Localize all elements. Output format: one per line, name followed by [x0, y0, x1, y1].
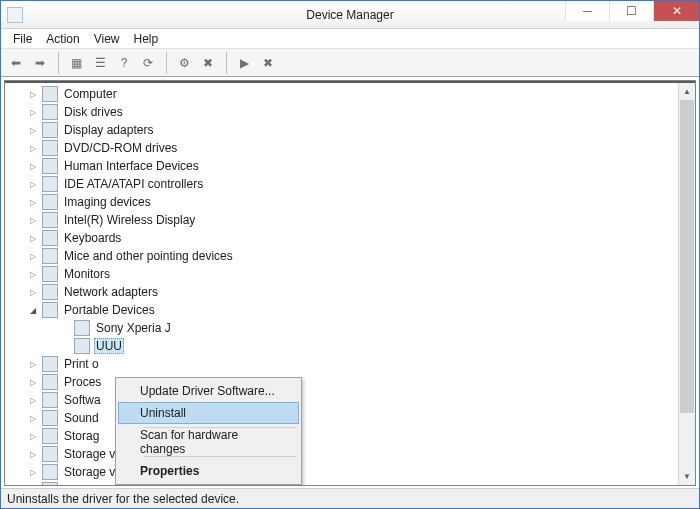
- tree-item[interactable]: Portable Devices: [9, 301, 695, 319]
- scroll-up-icon[interactable]: ▲: [679, 83, 695, 100]
- show-hidden-icon[interactable]: ▦: [65, 52, 87, 74]
- tree-item-label: Intel(R) Wireless Display: [62, 212, 197, 228]
- device-icon: [42, 284, 58, 300]
- scrollbar[interactable]: ▲ ▼: [678, 83, 695, 485]
- expand-icon[interactable]: [27, 161, 38, 172]
- status-bar: Uninstalls the driver for the selected d…: [1, 488, 699, 508]
- expand-icon[interactable]: [27, 359, 38, 370]
- device-icon: [42, 176, 58, 192]
- tree-item-label: Mice and other pointing devices: [62, 248, 235, 264]
- minimize-button[interactable]: ─: [565, 1, 609, 21]
- tree-item[interactable]: Storag: [9, 427, 695, 445]
- tree-item-label: Portable Devices: [62, 302, 157, 318]
- menubar: File Action View Help: [1, 29, 699, 49]
- tree-item-label: Monitors: [62, 266, 112, 282]
- scroll-down-icon[interactable]: ▼: [679, 468, 695, 485]
- device-icon: [42, 410, 58, 426]
- tree-item[interactable]: Keyboards: [9, 229, 695, 247]
- tree-item-label: Softwa: [62, 392, 103, 408]
- tree-item[interactable]: Print o: [9, 355, 695, 373]
- menu-view[interactable]: View: [88, 30, 126, 48]
- tree-item[interactable]: DVD/CD-ROM drives: [9, 139, 695, 157]
- tree-item[interactable]: Human Interface Devices: [9, 157, 695, 175]
- device-icon: [42, 482, 58, 486]
- tree-item[interactable]: Computer: [9, 85, 695, 103]
- device-icon: [42, 464, 58, 480]
- tree-item-label: UUU: [94, 338, 124, 354]
- tree-item[interactable]: Network adapters: [9, 283, 695, 301]
- expand-icon[interactable]: [27, 485, 38, 487]
- menu-action[interactable]: Action: [40, 30, 85, 48]
- tree-item-label: Display adapters: [62, 122, 155, 138]
- expand-icon[interactable]: [27, 467, 38, 478]
- tree-item[interactable]: Imaging devices: [9, 193, 695, 211]
- expand-icon[interactable]: [27, 89, 38, 100]
- expand-icon[interactable]: [27, 107, 38, 118]
- expand-icon[interactable]: [27, 287, 38, 298]
- scroll-track[interactable]: [679, 100, 695, 468]
- tree-item[interactable]: Softwa: [9, 391, 695, 409]
- device-icon: [42, 356, 58, 372]
- maximize-button[interactable]: ☐: [609, 1, 653, 21]
- expand-icon[interactable]: [27, 395, 38, 406]
- device-icon: [42, 212, 58, 228]
- tree-item-label: Proces: [62, 374, 103, 390]
- properties-icon[interactable]: ☰: [89, 52, 111, 74]
- scan-icon[interactable]: ⟳: [137, 52, 159, 74]
- disable-icon[interactable]: ✖: [257, 52, 279, 74]
- tree-item-label: Human Interface Devices: [62, 158, 201, 174]
- back-icon[interactable]: ⬅: [5, 52, 27, 74]
- help-icon[interactable]: ?: [113, 52, 135, 74]
- tree-item[interactable]: Intel(R) Wireless Display: [9, 211, 695, 229]
- expand-icon[interactable]: [27, 413, 38, 424]
- tree-item[interactable]: IDE ATA/ATAPI controllers: [9, 175, 695, 193]
- tree-item-label: Keyboards: [62, 230, 123, 246]
- tree-item[interactable]: Disk drives: [9, 103, 695, 121]
- tree-item-label: Disk drives: [62, 104, 125, 120]
- tree-item[interactable]: Monitors: [9, 265, 695, 283]
- expand-icon[interactable]: [27, 233, 38, 244]
- scroll-thumb[interactable]: [680, 100, 694, 413]
- tree-item[interactable]: Mice and other pointing devices: [9, 247, 695, 265]
- menu-file[interactable]: File: [7, 30, 38, 48]
- menu-help[interactable]: Help: [128, 30, 165, 48]
- tree-item[interactable]: System devices: [9, 481, 695, 486]
- tree-item[interactable]: Proces: [9, 373, 695, 391]
- expand-icon[interactable]: [27, 197, 38, 208]
- ctx-uninstall[interactable]: Uninstall: [118, 402, 299, 424]
- device-icon: [42, 446, 58, 462]
- device-icon: [42, 194, 58, 210]
- tree-item[interactable]: Sound: [9, 409, 695, 427]
- tree-item[interactable]: Storage volumes: [9, 463, 695, 481]
- expand-icon[interactable]: [27, 125, 38, 136]
- ctx-update-driver[interactable]: Update Driver Software...: [118, 380, 299, 402]
- separator: [161, 52, 167, 74]
- expand-icon[interactable]: [27, 251, 38, 262]
- context-menu: Update Driver Software... Uninstall Scan…: [115, 377, 302, 485]
- expand-icon[interactable]: [27, 449, 38, 460]
- tree-item[interactable]: UUU: [9, 337, 695, 355]
- device-icon: [42, 158, 58, 174]
- expand-icon[interactable]: [27, 179, 38, 190]
- expand-icon[interactable]: [27, 431, 38, 442]
- expand-icon[interactable]: [27, 215, 38, 226]
- device-icon: [42, 266, 58, 282]
- ctx-scan[interactable]: Scan for hardware changes: [118, 431, 299, 453]
- tree-item[interactable]: Storage volume shadow copies: [9, 445, 695, 463]
- forward-icon[interactable]: ➡: [29, 52, 51, 74]
- tree-item-label: Storag: [62, 428, 101, 444]
- expand-icon[interactable]: [27, 377, 38, 388]
- device-icon: [74, 338, 90, 354]
- collapse-icon[interactable]: [27, 305, 38, 316]
- expand-icon[interactable]: [27, 269, 38, 280]
- close-button[interactable]: ✕: [653, 1, 699, 21]
- enable-icon[interactable]: ▶: [233, 52, 255, 74]
- uninstall-icon[interactable]: ✖: [197, 52, 219, 74]
- ctx-properties[interactable]: Properties: [118, 460, 299, 482]
- tree-item[interactable]: Sony Xperia J: [9, 319, 695, 337]
- tree-view: ComputerDisk drivesDisplay adaptersDVD/C…: [4, 80, 696, 486]
- update-driver-icon[interactable]: ⚙: [173, 52, 195, 74]
- expand-icon[interactable]: [27, 143, 38, 154]
- tree-item[interactable]: Display adapters: [9, 121, 695, 139]
- tree-item-label: Sound: [62, 410, 101, 426]
